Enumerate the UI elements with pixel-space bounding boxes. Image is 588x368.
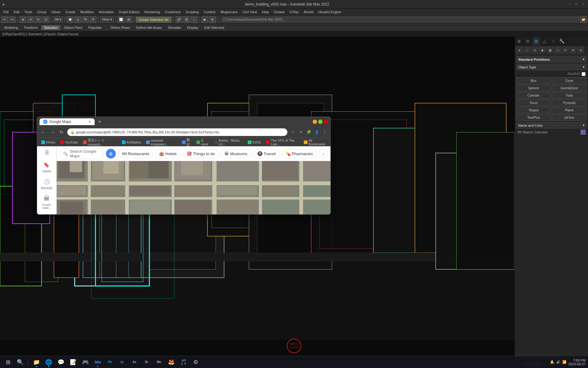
autogrid-checkbox[interactable] bbox=[582, 72, 586, 76]
mode-modeling[interactable]: Modeling bbox=[2, 25, 21, 30]
define-flows-btn[interactable]: Define Flows bbox=[108, 25, 133, 30]
tab-hierarchy[interactable]: ⊞ bbox=[532, 37, 541, 45]
obj-sphere[interactable]: Sphere bbox=[516, 85, 551, 91]
move-button[interactable]: ✛ bbox=[27, 16, 34, 23]
tab-utilities[interactable]: 🔧 bbox=[558, 37, 566, 45]
display-btn[interactable]: Display bbox=[185, 25, 201, 30]
menu-houdini[interactable]: Houdini Engine bbox=[316, 10, 343, 14]
tab-create[interactable]: ⊕ bbox=[515, 37, 523, 45]
app5-taskbar[interactable]: 📝 bbox=[68, 357, 79, 368]
menu-group[interactable]: Group bbox=[35, 10, 49, 14]
menu-vray[interactable]: V-Ray bbox=[287, 10, 301, 14]
mode-object-paint[interactable]: Object Paint bbox=[62, 25, 85, 30]
rp-icon-5[interactable]: ▣ bbox=[547, 47, 553, 53]
app13-taskbar[interactable]: ⚙ bbox=[190, 357, 201, 368]
menu-tools[interactable]: Tools bbox=[22, 10, 35, 14]
browser-close-btn[interactable] bbox=[324, 120, 328, 124]
menu-civil-view[interactable]: Civil View bbox=[240, 10, 259, 14]
maps-saved-btn[interactable]: 🔖 Saved bbox=[42, 161, 51, 173]
profile-btn[interactable]: 👤 bbox=[313, 129, 320, 136]
maps-map-view[interactable] bbox=[57, 161, 330, 214]
app12-taskbar[interactable]: 🎵 bbox=[178, 357, 189, 368]
menu-btn[interactable]: ⋮ bbox=[321, 129, 328, 136]
rp-icon-1[interactable]: ● bbox=[516, 47, 523, 53]
forward-button[interactable]: → bbox=[49, 128, 56, 136]
menu-create[interactable]: Create bbox=[63, 10, 77, 14]
bookmark-btn[interactable]: ☆ bbox=[289, 129, 296, 136]
menu-arnold[interactable]: Arnold bbox=[301, 10, 315, 14]
link-btn[interactable]: 🔗 bbox=[175, 16, 182, 23]
menu-octane[interactable]: Octane bbox=[272, 10, 287, 14]
menu-views[interactable]: Views bbox=[49, 10, 62, 14]
browser-minimize-btn[interactable] bbox=[313, 120, 317, 124]
rp-icon-9[interactable]: ⊛ bbox=[577, 47, 584, 53]
folder-btn[interactable]: 📁 bbox=[580, 16, 587, 23]
color-swatch[interactable] bbox=[581, 130, 586, 135]
mode-freeform[interactable]: Freeform bbox=[22, 25, 40, 30]
tab-display[interactable]: ○ bbox=[549, 37, 558, 45]
menu-edit[interactable]: Edit bbox=[12, 10, 22, 14]
browser-tab-close[interactable]: ✕ bbox=[88, 120, 91, 124]
bookmark-artisto[interactable]: ⚠ Artisto - Music Lic... bbox=[213, 138, 245, 147]
obj-torus[interactable]: Torus bbox=[516, 99, 551, 106]
obj-tube[interactable]: Tube bbox=[552, 92, 587, 99]
rp-icon-2[interactable]: ○ bbox=[524, 47, 530, 53]
firefox-taskbar[interactable]: 🦊 bbox=[166, 357, 177, 368]
category-museums[interactable]: 🏛 Museums bbox=[221, 149, 251, 158]
rp-icon-3[interactable]: ⊡ bbox=[531, 47, 538, 53]
maps-recents-btn[interactable]: 🕐 Recents bbox=[41, 178, 52, 190]
select-button[interactable]: ⊕ bbox=[20, 16, 26, 23]
bookmark-masashi[interactable]: masashi imagawa |... bbox=[144, 138, 179, 147]
mediabrowser-taskbar[interactable]: Me bbox=[153, 357, 164, 368]
aftereffects-taskbar[interactable]: Ae bbox=[129, 357, 140, 368]
bookmark-vimeo[interactable]: Vimeo bbox=[40, 140, 57, 145]
start-button[interactable]: ⊞ bbox=[2, 357, 13, 368]
maps-empire-btn[interactable]: 🏛 Empire State... bbox=[37, 195, 56, 209]
photoshop-taskbar[interactable]: Ps bbox=[104, 357, 115, 368]
name-color-header[interactable]: Name and Color ▾ bbox=[516, 122, 587, 128]
tab-modify[interactable]: ⊘ bbox=[523, 37, 532, 45]
rp-icon-4[interactable]: ◆ bbox=[539, 47, 546, 53]
reload-button[interactable]: ↻ bbox=[58, 128, 65, 136]
define-idle-areas-btn[interactable]: Define Idle Areas bbox=[134, 25, 164, 30]
chrome-taskbar[interactable]: 🌐 bbox=[43, 357, 54, 368]
category-things-to-do[interactable]: 🎯 Things to do bbox=[183, 149, 219, 158]
mode-selection[interactable]: Selection bbox=[41, 25, 60, 30]
percent-snap-button[interactable]: % bbox=[82, 16, 89, 23]
obj-plane[interactable]: Plane bbox=[552, 107, 587, 113]
maximize-button[interactable]: □ bbox=[574, 2, 579, 7]
standard-primitives-header[interactable]: Standard Primitives ▾ bbox=[516, 56, 587, 63]
mode-populate[interactable]: Populate bbox=[86, 25, 104, 30]
rotate-button[interactable]: ↻ bbox=[35, 16, 42, 23]
maps-search-input[interactable]: 🔍 Search Google Maps bbox=[59, 148, 104, 159]
category-restaurants[interactable]: 🍽 Restaurants bbox=[118, 149, 153, 158]
obj-pyramid[interactable]: Pyramid bbox=[552, 99, 587, 106]
3dsmax-taskbar[interactable]: 3ds bbox=[92, 357, 103, 368]
object-type-header[interactable]: Object Type ▾ bbox=[516, 64, 587, 70]
bookmark-evol[interactable]: EVOL bbox=[246, 140, 263, 145]
menu-help[interactable]: Help bbox=[260, 10, 271, 14]
category-pharmacies[interactable]: 💊 Pharmacies bbox=[281, 149, 317, 158]
obj-teapot[interactable]: Teapot bbox=[516, 107, 551, 113]
window-crossing-btn[interactable]: ⊞ bbox=[125, 16, 132, 23]
discord-taskbar[interactable]: 💬 bbox=[55, 357, 66, 368]
undo-button[interactable]: ↩ bbox=[1, 16, 8, 23]
obj-textplus[interactable]: TextPlus bbox=[516, 114, 551, 121]
menu-megascans[interactable]: Megascans bbox=[218, 10, 240, 14]
menu-modifiers[interactable]: Modifiers bbox=[78, 10, 96, 14]
maps-menu-btn[interactable]: ☰ bbox=[43, 149, 51, 156]
simulate-btn[interactable]: Simulate bbox=[165, 25, 183, 30]
view-dropdown[interactable]: View ▾ bbox=[100, 17, 114, 22]
bookmark-vfx[interactable]: The VFX of The Last... bbox=[264, 138, 301, 147]
menu-file[interactable]: File bbox=[1, 10, 11, 14]
redo-button[interactable]: ↪ bbox=[9, 16, 16, 23]
rp-icon-8[interactable]: ⊕ bbox=[570, 47, 576, 53]
spinner-button[interactable]: ⟳ bbox=[90, 16, 96, 23]
search-button[interactable]: 🔍 bbox=[15, 357, 26, 368]
browser-maximize-btn[interactable] bbox=[318, 120, 322, 124]
rp-icon-6[interactable]: ⬡ bbox=[554, 47, 561, 53]
menu-content[interactable]: Content bbox=[202, 10, 218, 14]
share-btn[interactable]: ↗ bbox=[297, 129, 304, 136]
obj-cone[interactable]: Cone bbox=[552, 77, 587, 84]
rp-icon-7[interactable]: ⟳ bbox=[562, 47, 569, 53]
